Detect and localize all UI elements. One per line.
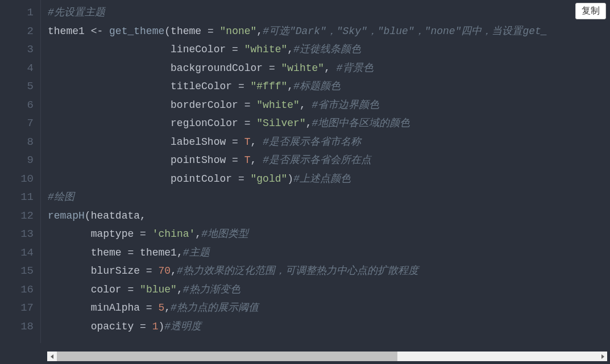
line-number: 1 bbox=[5, 3, 34, 22]
line-number: 10 bbox=[5, 170, 34, 189]
svg-marker-1 bbox=[601, 354, 604, 359]
svg-marker-0 bbox=[51, 354, 53, 359]
code-line: opacity = 1)#透明度 bbox=[48, 317, 610, 336]
scrollbar-thumb[interactable] bbox=[57, 352, 397, 361]
code-line: #先设置主题 bbox=[48, 3, 610, 22]
scrollbar-track[interactable] bbox=[57, 352, 597, 361]
line-number-gutter: 123456789101112131415161718 bbox=[0, 0, 41, 343]
line-number: 5 bbox=[5, 77, 34, 96]
line-number: 13 bbox=[5, 225, 34, 244]
code-line: theme = theme1,#主题 bbox=[48, 244, 610, 262]
line-number: 17 bbox=[5, 299, 34, 317]
code-content[interactable]: #先设置主题theme1 <- get_theme(theme = "none"… bbox=[41, 0, 610, 343]
line-number: 12 bbox=[5, 207, 34, 225]
line-number: 11 bbox=[5, 188, 34, 207]
code-line: maptype = 'china',#地图类型 bbox=[48, 225, 610, 244]
code-line: backgroundColor = "wihte", #背景色 bbox=[48, 59, 610, 78]
line-number: 4 bbox=[5, 59, 34, 78]
code-line: pointShow = T, #是否展示各省会所在点 bbox=[48, 151, 610, 170]
line-number: 7 bbox=[5, 114, 34, 133]
horizontal-scrollbar[interactable] bbox=[47, 352, 607, 361]
line-number: 18 bbox=[5, 317, 34, 336]
code-line: theme1 <- get_theme(theme = "none",#可选"D… bbox=[48, 22, 610, 41]
code-line: borderColor = "white", #省市边界颜色 bbox=[48, 96, 610, 115]
line-number: 2 bbox=[5, 22, 34, 41]
code-line: titleColor = "#fff",#标题颜色 bbox=[48, 77, 610, 96]
scroll-left-arrow[interactable] bbox=[47, 352, 57, 361]
code-line: regionColor = "Silver",#地图中各区域的颜色 bbox=[48, 114, 610, 133]
code-line: #绘图 bbox=[48, 188, 610, 207]
line-number: 16 bbox=[5, 281, 34, 299]
code-line: blurSize = 70,#热力效果的泛化范围，可调整热力中心点的扩散程度 bbox=[48, 262, 610, 281]
line-number: 3 bbox=[5, 40, 34, 59]
code-line: labelShow = T, #是否展示各省市名称 bbox=[48, 133, 610, 152]
code-line: minAlpha = 5,#热力点的展示阈值 bbox=[48, 299, 610, 317]
line-number: 15 bbox=[5, 262, 34, 281]
scroll-right-arrow[interactable] bbox=[597, 352, 607, 361]
line-number: 6 bbox=[5, 96, 34, 115]
line-number: 9 bbox=[5, 151, 34, 170]
copy-button[interactable]: 复制 bbox=[575, 3, 606, 19]
line-number: 14 bbox=[5, 244, 34, 262]
code-line: pointColor = "gold")#上述点颜色 bbox=[48, 170, 610, 189]
line-number: 8 bbox=[5, 133, 34, 152]
code-line: lineColor = "white",#迁徙线条颜色 bbox=[48, 40, 610, 59]
code-line: color = "blue",#热力渐变色 bbox=[48, 281, 610, 299]
code-block: 123456789101112131415161718 #先设置主题theme1… bbox=[0, 0, 610, 343]
code-line: remapH(heatdata, bbox=[48, 207, 610, 225]
